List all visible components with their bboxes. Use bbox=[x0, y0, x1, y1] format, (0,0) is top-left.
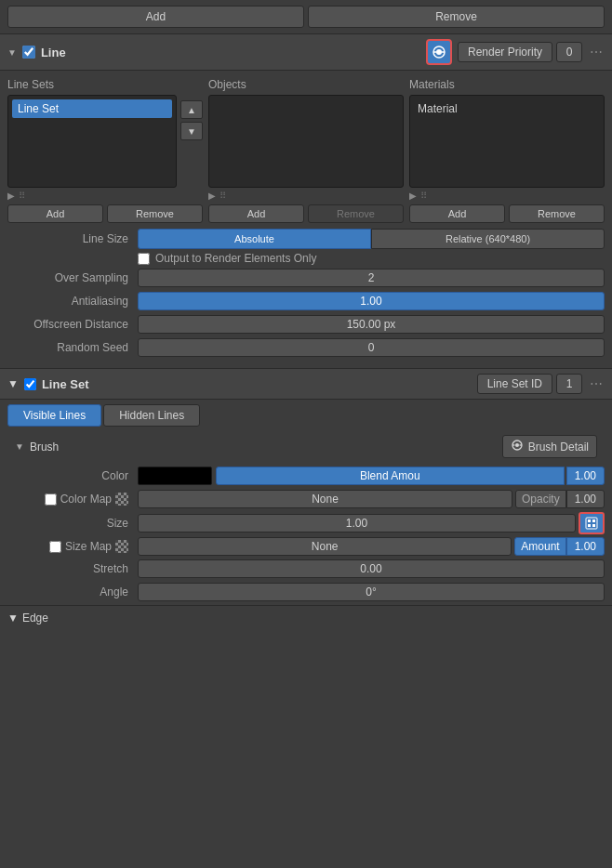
visible-lines-tab[interactable]: Visible Lines bbox=[7, 404, 101, 427]
lineset-id-label: Line Set ID bbox=[477, 374, 552, 394]
objects-list[interactable] bbox=[208, 95, 404, 188]
size-map-checkbox[interactable] bbox=[49, 541, 61, 553]
color-map-label: Color Map bbox=[60, 493, 112, 506]
materials-add-button[interactable]: Add bbox=[409, 204, 505, 223]
brush-chevron-icon[interactable]: ▼ bbox=[15, 441, 24, 452]
brush-title: Brush bbox=[30, 441, 497, 454]
color-label: Color bbox=[7, 469, 138, 482]
blend-amount-value[interactable]: 1.00 bbox=[566, 467, 605, 485]
brush-section: ▼ Brush Brush Detail Color Blend Amou 1.… bbox=[0, 431, 612, 602]
opacity-group: Opacity 1.00 bbox=[515, 490, 605, 508]
material-item[interactable]: Material bbox=[414, 99, 600, 118]
lineset-id-group: Line Set ID 1 bbox=[477, 374, 582, 394]
materials-play-icon[interactable]: ▶ bbox=[409, 191, 417, 201]
lineset-chevron-icon[interactable]: ▼ bbox=[7, 377, 19, 390]
objects-play-icon[interactable]: ▶ bbox=[208, 191, 216, 201]
color-map-none-button[interactable]: None bbox=[138, 490, 512, 508]
edge-title: Edge bbox=[22, 612, 48, 625]
amount-value[interactable]: 1.00 bbox=[566, 537, 605, 556]
render-priority-value[interactable]: 0 bbox=[556, 42, 582, 62]
materials-label: Materials bbox=[409, 78, 605, 91]
size-icon-button[interactable] bbox=[579, 512, 605, 534]
line-set-item[interactable]: Line Set bbox=[12, 99, 172, 118]
angle-label: Angle bbox=[7, 585, 138, 598]
svg-point-1 bbox=[436, 49, 442, 55]
edge-chevron-icon[interactable]: ▼ bbox=[7, 612, 19, 625]
line-sets-add-remove: Add Remove bbox=[7, 204, 203, 223]
svg-rect-8 bbox=[586, 518, 597, 529]
size-value[interactable]: 1.00 bbox=[138, 514, 576, 533]
stretch-value[interactable]: 0.00 bbox=[138, 559, 605, 578]
top-add-button[interactable]: Add bbox=[7, 6, 304, 28]
svg-rect-12 bbox=[592, 524, 595, 527]
objects-add-button[interactable]: Add bbox=[208, 204, 304, 223]
line-sets-play-icon[interactable]: ▶ bbox=[7, 191, 15, 201]
angle-row: Angle 0° bbox=[7, 582, 605, 602]
svg-point-5 bbox=[515, 443, 519, 447]
opacity-value[interactable]: 1.00 bbox=[566, 490, 605, 508]
brush-sub-header: ▼ Brush Brush Detail bbox=[7, 431, 605, 462]
color-map-row: Color Map None Opacity 1.00 bbox=[7, 489, 605, 509]
stretch-label: Stretch bbox=[7, 562, 138, 575]
size-map-checker-icon bbox=[115, 540, 128, 553]
brush-detail-button[interactable]: Brush Detail bbox=[502, 435, 597, 458]
absolute-button[interactable]: Absolute bbox=[138, 229, 371, 249]
output-render-row: Output to Render Elements Only bbox=[7, 252, 605, 265]
line-size-buttons: Absolute Relative (640*480) bbox=[138, 229, 605, 249]
line-size-label: Line Size bbox=[7, 232, 138, 245]
line-sets-down-button[interactable]: ▼ bbox=[180, 122, 203, 140]
random-seed-value[interactable]: 0 bbox=[138, 338, 605, 357]
relative-button[interactable]: Relative (640*480) bbox=[371, 229, 605, 249]
lineset-id-value[interactable]: 1 bbox=[556, 374, 582, 394]
top-bar: Add Remove bbox=[0, 0, 612, 33]
line-sets-bottom-bar: ▶ ⠿ bbox=[7, 191, 203, 201]
svg-rect-11 bbox=[588, 524, 591, 527]
line-sets-list[interactable]: Line Set bbox=[7, 95, 177, 188]
line-checkbox[interactable] bbox=[22, 46, 35, 59]
antialiasing-value[interactable]: 1.00 bbox=[138, 292, 605, 310]
line-dots-button[interactable]: ⋯ bbox=[588, 45, 605, 59]
line-title: Line bbox=[41, 46, 420, 59]
lineset-checkbox[interactable] bbox=[24, 378, 36, 390]
objects-col: Objects ▶ ⠿ Add Remove bbox=[208, 78, 404, 223]
lineset-section-header: ▼ Line Set Line Set ID 1 ⋯ bbox=[0, 368, 612, 400]
size-label: Size bbox=[7, 517, 138, 530]
size-map-none-button[interactable]: None bbox=[138, 537, 512, 556]
materials-remove-button[interactable]: Remove bbox=[509, 204, 605, 223]
over-sampling-row: Over Sampling 2 bbox=[7, 268, 605, 288]
line-sets-up-button[interactable]: ▲ bbox=[180, 100, 203, 119]
lineset-dots-button[interactable]: ⋯ bbox=[588, 376, 605, 391]
render-priority-group: Render Priority 0 bbox=[458, 42, 582, 62]
materials-bottom-bar: ▶ ⠿ bbox=[409, 191, 605, 201]
tabs-row: Visible Lines Hidden Lines bbox=[0, 400, 612, 431]
line-sets-label: Line Sets bbox=[7, 78, 203, 91]
color-map-label-group: Color Map bbox=[7, 493, 138, 506]
over-sampling-value[interactable]: 2 bbox=[138, 269, 605, 287]
offscreen-distance-value[interactable]: 150.00 px bbox=[138, 315, 605, 334]
random-seed-label: Random Seed bbox=[7, 341, 138, 354]
over-sampling-label: Over Sampling bbox=[7, 271, 138, 284]
line-section-content: Line Sets Line Set ▲ ▼ ▶ ⠿ Add Remove bbox=[0, 71, 612, 368]
line-section-header: ▼ Line Render Priority 0 ⋯ bbox=[0, 33, 612, 71]
color-map-checkbox[interactable] bbox=[45, 493, 57, 506]
line-chevron-icon[interactable]: ▼ bbox=[7, 47, 17, 58]
size-map-row: Size Map None Amount 1.00 bbox=[7, 537, 605, 556]
line-sets-add-button[interactable]: Add bbox=[7, 204, 103, 223]
color-swatch[interactable] bbox=[138, 467, 212, 485]
line-sets-arrows: ▲ ▼ bbox=[180, 100, 203, 140]
top-remove-button[interactable]: Remove bbox=[308, 6, 605, 28]
edge-section-header: ▼ Edge bbox=[0, 605, 612, 630]
line-sets-remove-button[interactable]: Remove bbox=[107, 204, 203, 223]
hidden-lines-tab[interactable]: Hidden Lines bbox=[103, 404, 200, 427]
random-seed-row: Random Seed 0 bbox=[7, 337, 605, 358]
output-render-checkbox[interactable] bbox=[138, 253, 150, 265]
angle-value[interactable]: 0° bbox=[138, 583, 605, 601]
line-icon-button[interactable] bbox=[426, 39, 452, 65]
antialiasing-row: Antialiasing 1.00 bbox=[7, 291, 605, 311]
antialiasing-label: Antialiasing bbox=[7, 295, 138, 308]
blend-amount-label: Blend Amou bbox=[216, 467, 565, 485]
materials-list[interactable]: Material bbox=[409, 95, 605, 188]
color-map-controls: None Opacity 1.00 bbox=[138, 490, 605, 508]
size-value-group: 1.00 bbox=[138, 512, 605, 534]
svg-rect-9 bbox=[588, 519, 591, 522]
